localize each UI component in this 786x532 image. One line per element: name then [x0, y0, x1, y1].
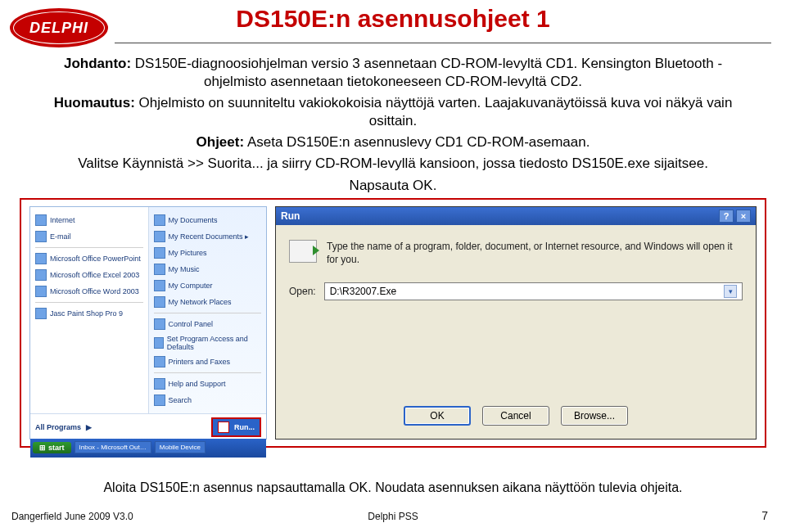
taskbar: ⊞ start Inbox - Microsoft Out… Mobile De… — [30, 439, 266, 457]
computer-icon — [154, 280, 165, 291]
instruction-text: Johdanto: DS150E-diagnoosiohjelman versi… — [33, 55, 753, 195]
run-dialog-icon — [289, 240, 317, 263]
title-divider — [115, 43, 771, 43]
chevron-down-icon[interactable]: ▾ — [724, 285, 737, 298]
help-button[interactable]: ? — [719, 210, 734, 223]
sm-item[interactable]: Printers and Faxes — [152, 354, 264, 370]
sm-item[interactable]: My Network Places — [152, 294, 264, 310]
sm-label: Set Program Access and Defaults — [167, 335, 261, 351]
cancel-button[interactable]: Cancel — [482, 406, 549, 426]
sm-label: My Music — [169, 265, 200, 273]
run-label: Run... — [234, 423, 255, 431]
ohjeet-label: Ohjeet: — [196, 134, 245, 150]
start-menu: Internet E-mail Microsoft Office PowerPo… — [29, 206, 267, 440]
start-button[interactable]: ⊞ start — [33, 442, 71, 453]
screenshot-callout: Internet E-mail Microsoft Office PowerPo… — [20, 198, 766, 448]
sm-label: Printers and Faxes — [169, 358, 231, 366]
sm-label: Internet — [50, 216, 75, 224]
sm-item[interactable]: E-mail — [34, 228, 145, 245]
app-icon — [35, 308, 47, 319]
sm-item[interactable]: Internet — [34, 212, 145, 228]
run-title: Run — [281, 210, 300, 222]
sm-label: My Documents — [169, 216, 218, 224]
sm-label: Jasc Paint Shop Pro 9 — [50, 309, 123, 318]
sm-label: Help and Support — [169, 380, 226, 388]
sm-item[interactable]: My Music — [152, 261, 264, 277]
note-body: Ohjelmisto on suunniteltu vakiokokoisia … — [135, 95, 733, 128]
sm-item[interactable]: Search — [152, 392, 264, 408]
ok-button[interactable]: OK — [404, 406, 471, 426]
start-menu-left-col: Internet E-mail Microsoft Office PowerPo… — [30, 207, 149, 413]
instruction-line-4: Valitse Käynnistä >> Suorita... ja siirr… — [33, 155, 753, 173]
sm-item[interactable]: Set Program Access and Defaults — [152, 332, 264, 354]
run-menu-item[interactable]: Run... — [211, 417, 261, 437]
taskbar-item[interactable]: Inbox - Microsoft Out… — [75, 441, 151, 453]
app-icon — [35, 269, 47, 281]
all-programs-label: All Programs — [35, 423, 81, 431]
close-button[interactable]: × — [736, 210, 751, 223]
sm-item[interactable]: My Recent Documents ▸ — [152, 228, 264, 245]
run-titlebar: Run ? × — [276, 207, 756, 225]
sm-label: Microsoft Office Excel 2003 — [50, 271, 139, 279]
intro-line1: DS150E-diagnoosiohjelman versio 3 asenne… — [131, 56, 722, 89]
folder-icon — [154, 264, 165, 275]
bottom-instruction: Aloita DS150E:n asennus napsauttamalla O… — [0, 480, 786, 495]
intro-lead: Johdanto: — [64, 56, 131, 71]
sm-item[interactable]: Microsoft Office Word 2003 — [34, 283, 145, 300]
sm-label: My Computer — [169, 282, 213, 290]
brand-logo-text: DELPHI — [29, 20, 88, 37]
sm-item[interactable]: Help and Support — [152, 376, 264, 392]
app-icon — [35, 214, 47, 226]
folder-icon — [154, 231, 165, 242]
gear-icon — [154, 337, 164, 349]
open-value: D:\R32007.Exe — [330, 286, 396, 297]
app-icon — [35, 286, 47, 297]
page-number: 7 — [761, 509, 768, 522]
windows-icon: ⊞ — [39, 444, 46, 452]
printer-icon — [154, 356, 165, 367]
run-description: Type the name of a program, folder, docu… — [327, 240, 743, 266]
sm-label: My Recent Documents ▸ — [169, 232, 250, 241]
run-icon — [218, 422, 229, 433]
start-label: start — [48, 444, 65, 452]
sm-label: Microsoft Office Word 2003 — [50, 287, 139, 295]
sm-label: My Pictures — [169, 249, 207, 257]
help-icon — [154, 378, 165, 390]
gear-icon — [154, 318, 165, 330]
run-dialog: Run ? × Type the name of a program, fold… — [275, 206, 757, 440]
open-combobox[interactable]: D:\R32007.Exe ▾ — [324, 282, 743, 300]
ohjeet-body: Aseta DS150E:n asennuslevy CD1 CD-ROM-as… — [244, 134, 590, 150]
sm-label: Search — [169, 396, 192, 404]
taskbar-item[interactable]: Mobile Device — [155, 441, 206, 453]
brand-logo: DELPHI — [10, 8, 108, 47]
sm-label: Microsoft Office PowerPoint — [50, 255, 141, 263]
open-label: Open: — [289, 286, 316, 297]
chevron-right-icon: ▶ — [86, 423, 92, 431]
footer-center: Delphi PSS — [0, 511, 786, 522]
sm-item[interactable]: Microsoft Office Excel 2003 — [34, 267, 145, 283]
network-icon — [154, 296, 165, 308]
app-icon — [35, 253, 47, 264]
sm-item[interactable]: My Computer — [152, 277, 264, 294]
note-label: Huomautus: — [54, 95, 135, 110]
sm-item[interactable]: Control Panel — [152, 316, 264, 332]
sm-item[interactable]: Jasc Paint Shop Pro 9 — [34, 305, 145, 322]
folder-icon — [154, 214, 165, 226]
sm-item[interactable]: My Documents — [152, 212, 264, 228]
search-icon — [154, 394, 165, 406]
sm-item[interactable]: My Pictures — [152, 245, 264, 261]
instruction-line-5: Napsauta OK. — [33, 177, 753, 195]
start-menu-right-col: My Documents My Recent Documents ▸ My Pi… — [149, 207, 267, 413]
app-icon — [35, 231, 47, 242]
sm-label: My Network Places — [169, 298, 232, 306]
sm-item[interactable]: Microsoft Office PowerPoint — [34, 250, 145, 267]
browse-button[interactable]: Browse... — [561, 406, 628, 426]
folder-icon — [154, 247, 165, 259]
sm-label: Control Panel — [169, 320, 214, 328]
sm-label: E-mail — [50, 232, 71, 241]
all-programs[interactable]: All Programs▶ Run... — [30, 413, 266, 440]
page-title: DS150E:n asennusohjeet 1 — [0, 5, 786, 33]
